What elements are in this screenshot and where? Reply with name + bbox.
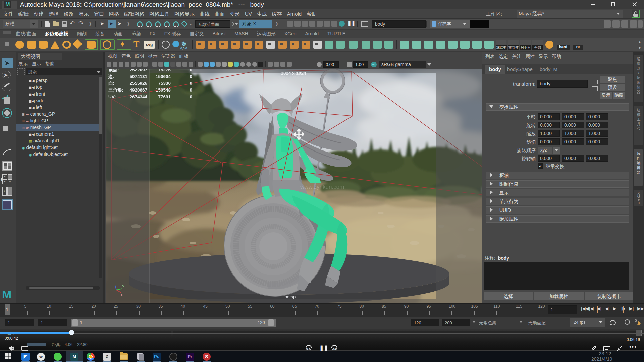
svg-text:4920667: 4920667 [129, 87, 147, 93]
svg-text:77691: 77691 [158, 94, 171, 99]
svg-text:2555926: 2555926 [129, 81, 147, 86]
svg-text:0: 0 [190, 81, 192, 86]
svg-text:2674344: 2674344 [129, 94, 147, 99]
svg-text:2522097: 2522097 [129, 69, 147, 72]
svg-text:顶点:: 顶点: [108, 69, 119, 72]
svg-text:1024 x 1024: 1024 x 1024 [281, 71, 306, 76]
svg-text:www.zynkun.com: www.zynkun.com [300, 184, 344, 190]
svg-text:0: 0 [190, 69, 192, 72]
svg-text:y: y [122, 284, 124, 288]
svg-text:对象X 变量X: 对象X 变量X [278, 75, 299, 79]
svg-text:75330: 75330 [158, 81, 171, 86]
svg-text:UV:: UV: [108, 94, 116, 99]
svg-text:150548: 150548 [156, 87, 171, 93]
svg-text:面:: 面: [108, 81, 114, 86]
svg-text:persp: persp [285, 294, 296, 299]
svg-text:x: x [121, 293, 123, 297]
svg-text:75276: 75276 [158, 69, 171, 72]
svg-text:0: 0 [190, 94, 192, 99]
svg-text:5074131: 5074131 [129, 74, 147, 79]
svg-text:三角形:: 三角形: [108, 87, 123, 93]
svg-text:150604: 150604 [156, 74, 171, 79]
svg-text:0: 0 [190, 74, 192, 79]
svg-text:0: 0 [190, 87, 192, 93]
svg-text:边:: 边: [108, 74, 114, 79]
